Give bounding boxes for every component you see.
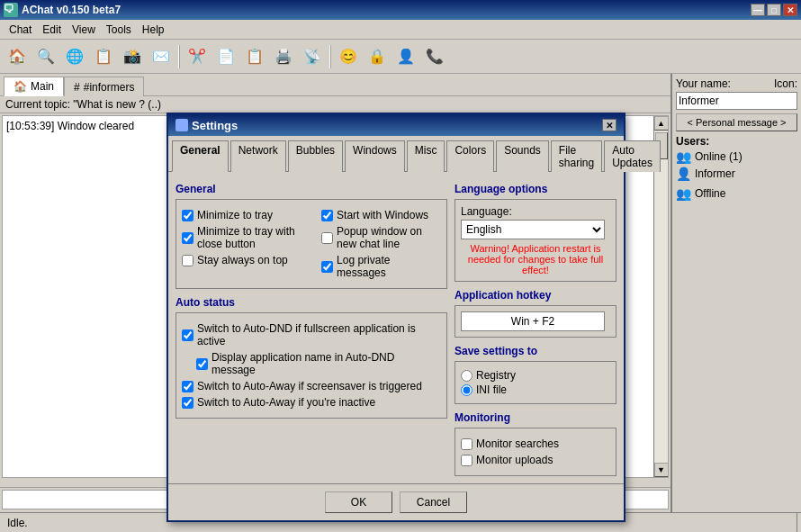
minimize-tray-close-row[interactable]: Minimize to tray with close button xyxy=(182,225,307,250)
monitor-uploads-label: Monitor uploads xyxy=(476,454,553,466)
dialog-title-content: Settings xyxy=(176,119,238,132)
dialog-tab-sounds[interactable]: Sounds xyxy=(496,140,549,172)
language-select[interactable]: English xyxy=(461,220,605,239)
save-registry-row[interactable]: Registry xyxy=(461,369,610,382)
dialog-tab-misc[interactable]: Misc xyxy=(407,140,446,172)
save-registry-radio[interactable] xyxy=(461,370,472,382)
dialog-tab-auto-updates[interactable]: Auto Updates xyxy=(604,140,661,172)
save-ini-label: INI file xyxy=(476,383,507,396)
dialog-title-bar: Settings ✕ xyxy=(168,114,624,136)
switch-dnd-checkbox[interactable] xyxy=(182,329,194,341)
monitoring-section-title: Monitoring xyxy=(454,411,616,424)
switch-away-screen-checkbox[interactable] xyxy=(182,381,194,392)
switch-away-inactive-checkbox[interactable] xyxy=(182,397,194,409)
hotkey-input[interactable] xyxy=(461,311,605,331)
language-label: Language: xyxy=(461,205,610,218)
general-col-right: Start with Windows Popup window on new c… xyxy=(321,205,441,283)
language-warning: Warning! Application restart is needed f… xyxy=(461,243,610,275)
popup-window-checkbox[interactable] xyxy=(321,232,333,244)
general-section-box: Minimize to tray Minimize to tray with c… xyxy=(176,199,447,289)
dialog-tab-strip: General Network Bubbles Windows Misc Col… xyxy=(168,136,624,172)
monitor-uploads-row[interactable]: Monitor uploads xyxy=(461,454,610,466)
hotkey-section-title: Application hotkey xyxy=(454,289,616,302)
start-with-windows-checkbox[interactable] xyxy=(321,210,333,221)
save-ini-row[interactable]: INI file xyxy=(461,383,610,396)
dialog-title-text: Settings xyxy=(192,119,238,132)
ok-button[interactable]: OK xyxy=(325,491,392,513)
minimize-to-tray-checkbox[interactable] xyxy=(182,210,194,221)
dialog-close-button[interactable]: ✕ xyxy=(602,119,616,131)
stay-on-top-row[interactable]: Stay always on top xyxy=(182,254,307,266)
dialog-overlay: Settings ✕ General Network Bubbles Windo… xyxy=(0,0,801,532)
save-settings-section-box: Registry INI file xyxy=(454,361,616,404)
switch-away-inactive-row[interactable]: Switch to Auto-Away if you're inactive xyxy=(182,396,441,409)
cancel-button[interactable]: Cancel xyxy=(400,491,467,513)
display-app-name-label: Display application name in Auto-DND mes… xyxy=(212,351,441,376)
dialog-tab-general[interactable]: General xyxy=(172,140,229,172)
switch-away-screen-row[interactable]: Switch to Auto-Away if screensaver is tr… xyxy=(182,380,441,392)
minimize-tray-close-label: Minimize to tray with close button xyxy=(197,225,307,250)
stay-on-top-checkbox[interactable] xyxy=(182,255,194,266)
auto-status-section-title: Auto status xyxy=(176,296,447,309)
dialog-tab-network[interactable]: Network xyxy=(230,140,286,172)
popup-window-label: Popup window on new chat line xyxy=(337,225,441,250)
log-private-label: Log private messages xyxy=(337,254,441,279)
log-private-row[interactable]: Log private messages xyxy=(321,254,441,279)
switch-away-screen-label: Switch to Auto-Away if screensaver is tr… xyxy=(197,380,422,392)
general-section-title: General xyxy=(176,183,447,195)
display-app-name-checkbox[interactable] xyxy=(196,358,208,370)
dialog-tab-windows[interactable]: Windows xyxy=(345,140,405,172)
dialog-right-panel: Language options Language: English Warni… xyxy=(454,179,616,476)
monitor-searches-checkbox[interactable] xyxy=(461,438,472,450)
switch-dnd-row[interactable]: Switch to Auto-DND if fullscreen applica… xyxy=(182,322,441,347)
popup-window-row[interactable]: Popup window on new chat line xyxy=(321,225,441,250)
start-with-windows-row[interactable]: Start with Windows xyxy=(321,209,441,221)
general-two-col: Minimize to tray Minimize to tray with c… xyxy=(182,205,441,283)
hotkey-section-box xyxy=(454,305,616,338)
switch-dnd-label: Switch to Auto-DND if fullscreen applica… xyxy=(197,322,441,347)
dialog-body: General Minimize to tray Minimize to tra… xyxy=(168,172,624,483)
monitor-searches-label: Monitor searches xyxy=(476,437,559,450)
dialog-icon xyxy=(176,119,188,131)
monitoring-section-box: Monitor searches Monitor uploads xyxy=(454,428,616,476)
dialog-tab-bubbles[interactable]: Bubbles xyxy=(288,140,343,172)
language-section-title: Language options xyxy=(454,183,616,195)
minimize-to-tray-label: Minimize to tray xyxy=(197,209,273,221)
save-registry-label: Registry xyxy=(476,369,516,382)
start-with-windows-label: Start with Windows xyxy=(337,209,428,221)
auto-status-section-box: Switch to Auto-DND if fullscreen applica… xyxy=(176,312,447,419)
dialog-left-panel: General Minimize to tray Minimize to tra… xyxy=(176,179,447,476)
monitor-searches-row[interactable]: Monitor searches xyxy=(461,437,610,450)
monitor-uploads-checkbox[interactable] xyxy=(461,455,472,466)
dialog-tab-colors[interactable]: Colors xyxy=(446,140,494,172)
general-col-left: Minimize to tray Minimize to tray with c… xyxy=(182,205,307,283)
stay-on-top-label: Stay always on top xyxy=(197,254,288,266)
minimize-tray-close-checkbox[interactable] xyxy=(182,232,194,244)
settings-dialog: Settings ✕ General Network Bubbles Windo… xyxy=(166,113,626,522)
minimize-to-tray-row[interactable]: Minimize to tray xyxy=(182,209,307,221)
language-section-box: Language: English Warning! Application r… xyxy=(454,199,616,282)
switch-away-inactive-label: Switch to Auto-Away if you're inactive xyxy=(197,396,375,409)
dialog-footer: OK Cancel xyxy=(168,483,624,520)
save-ini-radio[interactable] xyxy=(461,384,472,396)
dialog-tab-file-sharing[interactable]: File sharing xyxy=(551,140,602,172)
log-private-checkbox[interactable] xyxy=(321,261,333,273)
display-app-name-row[interactable]: Display application name in Auto-DND mes… xyxy=(196,351,441,376)
save-settings-section-title: Save settings to xyxy=(454,345,616,357)
